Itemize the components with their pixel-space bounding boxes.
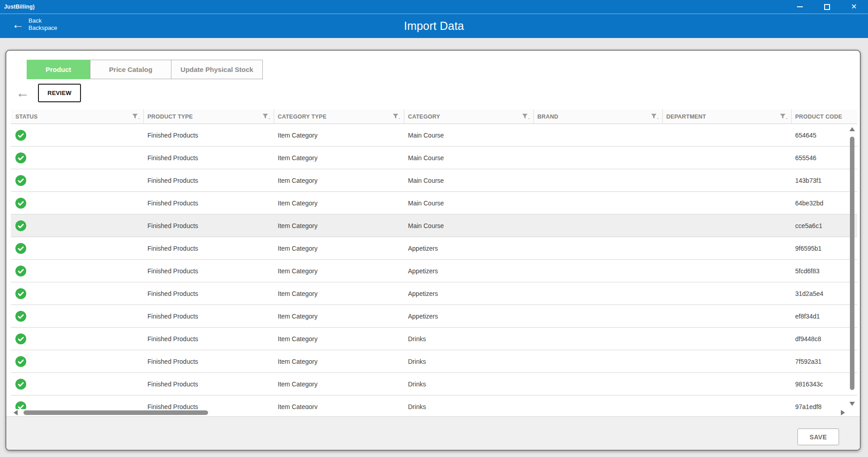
filter-funnel-icon[interactable]: .	[651, 114, 659, 119]
cell-brand	[534, 350, 663, 372]
status-ok-check-icon	[15, 333, 26, 344]
save-button[interactable]: SAVE	[797, 428, 839, 445]
cell-department	[663, 350, 792, 372]
column-header-category[interactable]: CATEGORY.	[404, 109, 534, 124]
cell-category: Main Course	[404, 214, 534, 237]
tab-update-physical-stock[interactable]: Update Physical Stock	[171, 60, 263, 79]
maximize-icon	[824, 4, 830, 10]
filter-funnel-icon[interactable]: .	[780, 114, 787, 119]
cell-product_type: Finished Products	[144, 305, 274, 327]
table-row[interactable]: Finished ProductsItem CategoryDrinks9816…	[11, 373, 857, 395]
cell-department	[663, 305, 792, 327]
cell-category_type: Item Category	[274, 214, 404, 237]
cell-status	[11, 192, 144, 214]
cell-brand	[534, 169, 663, 191]
vertical-scrollbar-thumb[interactable]	[850, 137, 854, 390]
status-ok-check-icon	[15, 152, 26, 163]
filter-funnel-icon[interactable]: .	[132, 114, 140, 119]
cell-category: Drinks	[404, 350, 534, 372]
tab-product-label: Product	[46, 66, 71, 73]
scroll-right-icon[interactable]	[841, 410, 845, 415]
cell-status	[11, 147, 144, 169]
review-button[interactable]: REVIEW	[38, 84, 81, 102]
table-row[interactable]: Finished ProductsItem CategoryAppetizers…	[11, 237, 857, 260]
column-header-product_code[interactable]: PRODUCT CODE	[792, 109, 857, 124]
table-row[interactable]: Finished ProductsItem CategoryAppetizers…	[11, 260, 857, 282]
grid-back-arrow-icon[interactable]: ←	[16, 86, 29, 100]
cell-status	[11, 395, 144, 409]
column-header-status[interactable]: STATUS.	[11, 109, 144, 124]
filter-dot: .	[269, 115, 270, 119]
grid-header-row: STATUS.PRODUCT TYPE.CATEGORY TYPE.CATEGO…	[11, 109, 857, 124]
cell-product_type: Finished Products	[144, 260, 274, 282]
cell-product_type: Finished Products	[144, 169, 274, 191]
minimize-button[interactable]	[794, 0, 806, 14]
cell-category_type: Item Category	[274, 260, 404, 282]
cell-category: Main Course	[404, 124, 534, 146]
status-ok-check-icon	[15, 401, 26, 409]
column-header-label: PRODUCT CODE	[795, 114, 842, 120]
cell-product_type: Finished Products	[144, 124, 274, 146]
column-header-product_type[interactable]: PRODUCT TYPE.	[144, 109, 274, 124]
status-ok-check-icon	[15, 288, 26, 299]
status-ok-check-icon	[15, 356, 26, 367]
tab-price-catalog[interactable]: Price Catalog	[90, 60, 171, 79]
cell-category_type: Item Category	[274, 373, 404, 395]
table-row[interactable]: Finished ProductsItem CategoryAppetizers…	[11, 282, 857, 305]
filter-dot: .	[528, 115, 530, 119]
page-title: Import Data	[0, 14, 868, 38]
table-row[interactable]: Finished ProductsItem CategoryMain Cours…	[11, 124, 857, 147]
vertical-scrollbar[interactable]	[848, 124, 857, 409]
close-button[interactable]: ✕	[848, 0, 860, 14]
scroll-up-icon[interactable]	[849, 127, 855, 131]
cell-status	[11, 373, 144, 395]
status-ok-check-icon	[15, 266, 26, 276]
cell-product_type: Finished Products	[144, 237, 274, 259]
cell-status	[11, 169, 144, 191]
cell-category: Drinks	[404, 373, 534, 395]
maximize-button[interactable]	[821, 0, 833, 14]
page-header: Import Data ← Back Backspace	[0, 14, 868, 38]
cell-brand	[534, 282, 663, 305]
table-row[interactable]: Finished ProductsItem CategoryMain Cours…	[11, 214, 857, 237]
window-controls: ✕	[794, 0, 868, 14]
card-footer: SAVE	[6, 416, 860, 451]
table-row[interactable]: Finished ProductsItem CategoryMain Cours…	[11, 192, 857, 214]
column-header-department[interactable]: DEPARTMENT.	[663, 109, 792, 124]
filter-funnel-icon[interactable]: .	[393, 114, 400, 119]
column-header-category_type[interactable]: CATEGORY TYPE.	[274, 109, 404, 124]
cell-category: Main Course	[404, 169, 534, 191]
table-row[interactable]: Finished ProductsItem CategoryDrinks7f59…	[11, 350, 857, 373]
app-logo: JustBilling)	[0, 4, 35, 10]
back-navigation[interactable]: ← Back Backspace	[12, 17, 57, 32]
filter-dot: .	[657, 115, 659, 119]
filter-funnel-icon[interactable]: .	[522, 114, 530, 119]
scroll-down-icon[interactable]	[849, 402, 855, 406]
cell-category: Appetizers	[404, 237, 534, 259]
cell-department	[663, 395, 792, 409]
cell-department	[663, 328, 792, 350]
filter-funnel-icon[interactable]: .	[262, 114, 270, 119]
horizontal-scrollbar[interactable]	[11, 409, 848, 416]
table-row[interactable]: Finished ProductsItem CategoryDrinksdf94…	[11, 328, 857, 350]
status-ok-check-icon	[15, 379, 26, 390]
cell-product_type: Finished Products	[144, 350, 274, 372]
cell-status	[11, 328, 144, 350]
column-header-brand[interactable]: BRAND.	[534, 109, 663, 124]
status-ok-check-icon	[15, 198, 26, 209]
status-ok-check-icon	[15, 130, 26, 141]
table-row[interactable]: Finished ProductsItem CategoryMain Cours…	[11, 169, 857, 192]
scroll-left-icon[interactable]	[14, 410, 18, 415]
cell-brand	[534, 192, 663, 214]
table-row[interactable]: Finished ProductsItem CategoryDrinks97a1…	[11, 395, 857, 409]
tab-product[interactable]: Product	[27, 60, 90, 79]
cell-category: Drinks	[404, 328, 534, 350]
minimize-icon	[797, 6, 803, 7]
cell-category_type: Item Category	[274, 395, 404, 409]
cell-category: Main Course	[404, 192, 534, 214]
table-row[interactable]: Finished ProductsItem CategoryMain Cours…	[11, 147, 857, 169]
table-row[interactable]: Finished ProductsItem CategoryAppetizers…	[11, 305, 857, 328]
cell-category: Appetizers	[404, 282, 534, 305]
horizontal-scrollbar-thumb[interactable]	[24, 410, 208, 415]
back-arrow-icon: ←	[12, 19, 24, 31]
